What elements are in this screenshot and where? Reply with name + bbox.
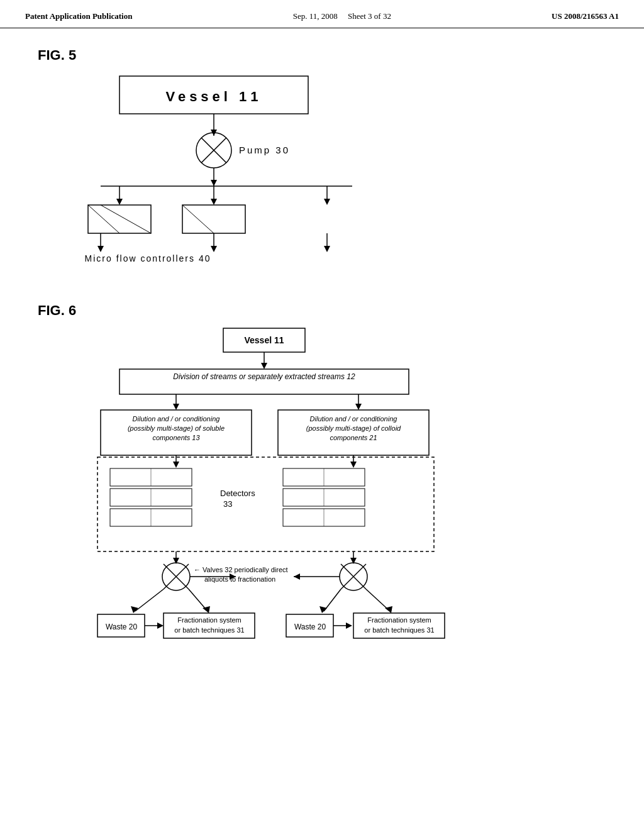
header-sheet: Sheet 3 of 32 <box>348 11 391 21</box>
svg-rect-47 <box>97 457 434 551</box>
main-content: FIG. 5 Vessel 11 Pump 30 <box>0 28 644 734</box>
svg-line-93 <box>324 589 341 611</box>
fig5-section: FIG. 5 Vessel 11 Pump 30 <box>38 47 606 265</box>
header-date: Sep. 11, 2008 <box>293 11 338 21</box>
fig6-diagram: Vessel 11 Division of streams or separat… <box>38 325 604 715</box>
fig5-label: FIG. 5 <box>38 47 606 64</box>
fig5-diagram: Vessel 11 Pump 30 <box>38 70 478 265</box>
svg-marker-79 <box>294 573 300 580</box>
svg-text:Fractionation system: Fractionation system <box>177 616 241 624</box>
header-center: Sep. 11, 2008 Sheet 3 of 32 <box>293 11 391 21</box>
svg-rect-18 <box>182 205 245 233</box>
header-patent-number: US 2008/216563 A1 <box>552 11 619 21</box>
svg-line-14 <box>88 205 119 233</box>
svg-marker-32 <box>261 363 267 369</box>
svg-text:or batch techniques 31: or batch techniques 31 <box>364 626 434 634</box>
svg-line-82 <box>135 589 164 611</box>
svg-marker-38 <box>355 404 362 410</box>
svg-text:Micro flow controllers 40: Micro flow controllers 40 <box>85 253 211 263</box>
svg-text:Fractionation system: Fractionation system <box>367 616 431 624</box>
svg-text:aliquots to fractionation: aliquots to fractionation <box>204 575 275 583</box>
svg-text:Waste 20: Waste 20 <box>106 622 138 631</box>
svg-marker-23 <box>97 246 104 252</box>
svg-marker-49 <box>173 462 179 468</box>
svg-text:← Valves 32 periodically direc: ← Valves 32 periodically direct <box>194 566 288 573</box>
svg-text:Detectors: Detectors <box>220 489 255 498</box>
svg-rect-13 <box>88 205 151 233</box>
svg-marker-12 <box>116 199 123 205</box>
svg-text:Vessel 11: Vessel 11 <box>165 89 262 104</box>
svg-marker-100 <box>346 622 352 629</box>
fig6-label: FIG. 6 <box>38 302 606 319</box>
svg-text:Division of streams or separat: Division of streams or separately extrac… <box>173 372 355 381</box>
svg-text:Pump 30: Pump 30 <box>239 145 290 155</box>
svg-marker-94 <box>319 606 327 613</box>
svg-marker-17 <box>211 199 217 205</box>
svg-text:(possibly multi-stage) of solu: (possibly multi-stage) of soluble <box>128 424 225 432</box>
svg-text:components 13: components 13 <box>152 434 200 441</box>
svg-text:Dilution and / or conditioning: Dilution and / or conditioning <box>133 415 221 423</box>
svg-text:33: 33 <box>223 499 232 509</box>
svg-marker-27 <box>324 246 330 252</box>
svg-text:Dilution and / or conditioning: Dilution and / or conditioning <box>310 415 398 423</box>
svg-text:Vessel 11: Vessel 11 <box>244 335 284 345</box>
page-header: Patent Application Publication Sep. 11, … <box>0 0 644 28</box>
svg-marker-36 <box>173 404 179 410</box>
svg-text:(possibly multi-stage) of coll: (possibly multi-stage) of colloid <box>306 424 401 432</box>
svg-line-15 <box>101 205 151 233</box>
svg-text:or batch techniques 31: or batch techniques 31 <box>174 626 244 634</box>
svg-marker-21 <box>324 199 330 205</box>
svg-text:components 21: components 21 <box>330 434 377 441</box>
svg-text:Waste 20: Waste 20 <box>294 622 326 631</box>
svg-line-19 <box>182 205 214 233</box>
fig6-section: FIG. 6 Vessel 11 Division of streams or … <box>38 302 606 715</box>
svg-marker-57 <box>350 462 357 468</box>
svg-marker-25 <box>211 246 217 252</box>
svg-marker-89 <box>157 622 164 629</box>
header-publication-type: Patent Application Publication <box>25 11 132 21</box>
svg-marker-9 <box>211 180 217 186</box>
